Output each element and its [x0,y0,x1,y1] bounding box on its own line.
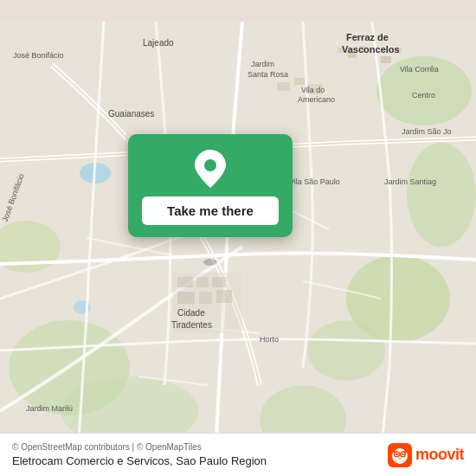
svg-text:Vila Corrêa: Vila Corrêa [400,65,439,74]
svg-rect-19 [277,82,290,91]
map-container[interactable]: Lajeado Ferraz de Vasconcelos Vila Corrê… [0,0,476,476]
svg-rect-28 [216,290,232,303]
svg-text:Jardim: Jardim [251,60,274,68]
svg-text:Vila São Paulo: Vila São Paulo [289,177,340,186]
location-name: Eletrocam Comercio e Servicos, Sao Paulo… [12,454,267,467]
svg-point-56 [396,453,397,455]
svg-text:Vasconcelos: Vasconcelos [342,44,400,55]
svg-rect-20 [294,78,305,85]
svg-text:Tiradentes: Tiradentes [171,320,212,330]
svg-point-4 [307,320,385,381]
popup-card: Take me there [128,134,293,237]
svg-rect-24 [196,277,209,287]
svg-point-2 [407,143,476,247]
svg-text:Horto: Horto [260,335,279,344]
svg-text:Centro: Centro [412,91,435,100]
map-attribution: © OpenStreetMap contributors | © OpenMap… [12,442,267,452]
svg-text:Jardim Marilú: Jardim Marilú [26,404,73,413]
svg-text:Cidade: Cidade [177,308,205,318]
svg-text:Guaianases: Guaianases [108,109,154,119]
svg-text:Santa Rosa: Santa Rosa [248,70,288,79]
svg-text:Vila do: Vila do [301,86,325,94]
svg-text:Ferraz de: Ferraz de [346,32,389,42]
location-pin-icon [195,150,226,188]
svg-text:Jardim Santiag: Jardim Santiag [384,177,436,186]
moovit-icon [388,443,412,467]
map-background: Lajeado Ferraz de Vasconcelos Vila Corrê… [0,0,476,476]
svg-rect-27 [199,292,212,304]
svg-rect-25 [212,277,226,287]
moovit-text: moovit [415,446,464,464]
svg-point-49 [204,159,216,171]
bottom-bar: © OpenStreetMap contributors | © OpenMap… [0,433,476,476]
svg-point-57 [402,453,403,455]
svg-text:José Bonifácio: José Bonifácio [13,51,64,60]
svg-rect-26 [177,292,195,304]
moovit-logo: moovit [388,443,464,467]
svg-text:Americano: Americano [298,95,335,104]
svg-rect-23 [177,277,193,287]
bottom-left-info: © OpenStreetMap contributors | © OpenMap… [12,442,267,467]
svg-point-48 [203,259,217,266]
svg-text:Lajeado: Lajeado [143,38,174,48]
svg-rect-14 [381,56,391,63]
svg-text:Jardim São Jo: Jardim São Jo [402,127,452,136]
take-me-there-button[interactable]: Take me there [142,196,279,225]
